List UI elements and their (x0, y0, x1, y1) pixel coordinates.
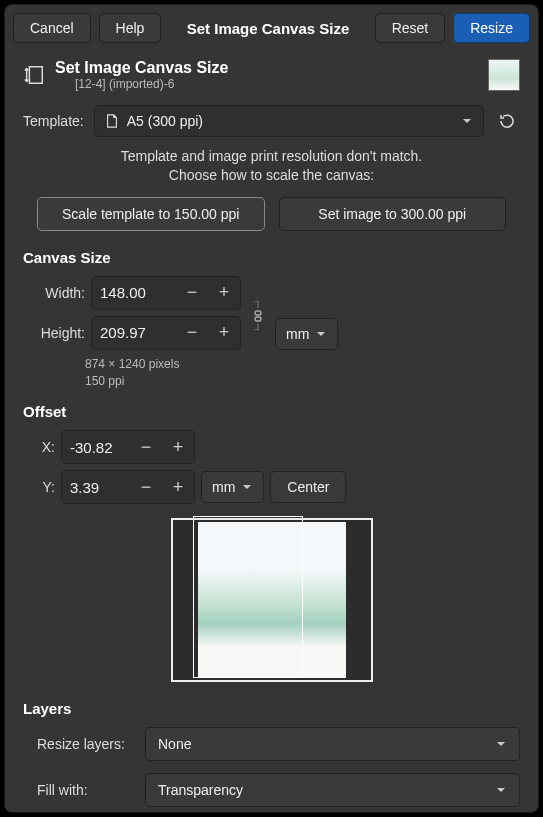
offset-y-increment[interactable]: + (162, 471, 194, 503)
resize-layers-select[interactable]: None (145, 727, 520, 761)
offset-unit-select[interactable]: mm (201, 471, 264, 503)
resolution-warning: Template and image print resolution don'… (23, 147, 520, 185)
titlebar: Cancel Help Set Image Canvas Size Reset … (5, 5, 538, 51)
fill-with-value: Transparency (158, 782, 495, 798)
offset-y-row: Y: − + mm Center (23, 470, 520, 504)
reset-button[interactable]: Reset (375, 13, 446, 43)
offset-x-row: X: − + (23, 430, 520, 464)
chain-bottom-icon: ┘ (254, 325, 261, 335)
offset-x-input[interactable] (62, 433, 130, 462)
canvas-unit-text: mm (286, 326, 309, 342)
width-row: Width: − + (23, 276, 241, 310)
offset-y-decrement[interactable]: − (130, 471, 162, 503)
height-decrement[interactable]: − (176, 317, 208, 349)
canvas-pixels: 874 × 1240 pixels (85, 356, 520, 373)
header-title: Set Image Canvas Size (55, 59, 478, 77)
height-label: Height: (33, 325, 85, 341)
help-button[interactable]: Help (99, 13, 162, 43)
resize-layers-label: Resize layers: (37, 736, 133, 752)
header-text: Set Image Canvas Size [12-4] (imported)-… (55, 59, 478, 91)
chevron-down-icon (241, 481, 253, 493)
offset-x-decrement[interactable]: − (130, 431, 162, 463)
width-input[interactable] (92, 278, 176, 307)
center-button[interactable]: Center (270, 471, 346, 503)
chain-link-icon (253, 310, 263, 322)
reset-template-button[interactable] (494, 108, 520, 134)
preview-box[interactable] (171, 518, 373, 682)
scale-choice-row: Scale template to 150.00 ppi Set image t… (23, 197, 520, 231)
svg-rect-1 (255, 311, 261, 315)
warning-line1: Template and image print resolution don'… (23, 147, 520, 166)
layers-title: Layers (23, 700, 520, 717)
svg-rect-0 (29, 67, 42, 84)
canvas-unit-select[interactable]: mm (275, 318, 338, 350)
offset-title: Offset (23, 403, 520, 420)
scale-template-button[interactable]: Scale template to 150.00 ppi (37, 197, 265, 231)
resize-layers-row: Resize layers: None (23, 727, 520, 761)
template-select[interactable]: A5 (300 ppi) (94, 105, 484, 137)
chevron-down-icon (315, 328, 327, 340)
height-row: Height: − + (23, 316, 241, 350)
header-row: Set Image Canvas Size [12-4] (imported)-… (23, 59, 520, 91)
preview-image (198, 522, 346, 678)
width-decrement[interactable]: − (176, 277, 208, 309)
chevron-down-icon (495, 738, 507, 750)
chain-top-icon: ┐ (254, 297, 261, 307)
template-value: A5 (300 ppi) (127, 113, 461, 129)
height-input[interactable] (92, 318, 176, 347)
width-increment[interactable]: + (208, 277, 240, 309)
chevron-down-icon (495, 784, 507, 796)
canvas-info: 874 × 1240 pixels 150 ppi (23, 356, 520, 390)
offset-x-label: X: (33, 439, 55, 455)
image-thumbnail (488, 59, 520, 91)
aspect-chain[interactable]: ┐ ┘ (249, 297, 267, 335)
offset-unit-text: mm (212, 479, 235, 495)
chevron-down-icon (461, 115, 473, 127)
width-spinner: − + (91, 276, 241, 310)
offset-y-spinner: − + (61, 470, 195, 504)
canvas-size-title: Canvas Size (23, 249, 520, 266)
offset-y-input[interactable] (62, 473, 130, 502)
fill-with-row: Fill with: Transparency (23, 773, 520, 807)
warning-line2: Choose how to scale the canvas: (23, 166, 520, 185)
template-label: Template: (23, 113, 84, 129)
height-spinner: − + (91, 316, 241, 350)
fill-with-label: Fill with: (37, 782, 133, 798)
preview-wrap (23, 518, 520, 682)
offset-x-increment[interactable]: + (162, 431, 194, 463)
header-subtitle: [12-4] (imported)-6 (75, 77, 478, 91)
offset-x-spinner: − + (61, 430, 195, 464)
dialog-title: Set Image Canvas Size (169, 20, 366, 37)
width-label: Width: (33, 285, 85, 301)
template-row: Template: A5 (300 ppi) (23, 105, 520, 137)
reset-icon (498, 112, 516, 130)
resize-button[interactable]: Resize (453, 13, 530, 43)
dialog-window: Cancel Help Set Image Canvas Size Reset … (4, 4, 539, 813)
canvas-resize-icon (23, 64, 45, 86)
offset-y-label: Y: (33, 479, 55, 495)
cancel-button[interactable]: Cancel (13, 13, 91, 43)
dialog-content: Set Image Canvas Size [12-4] (imported)-… (5, 51, 538, 812)
set-image-ppi-button[interactable]: Set image to 300.00 ppi (279, 197, 507, 231)
resize-layers-value: None (158, 736, 495, 752)
canvas-ppi: 150 ppi (85, 373, 520, 390)
svg-rect-2 (255, 317, 261, 321)
height-increment[interactable]: + (208, 317, 240, 349)
fill-with-select[interactable]: Transparency (145, 773, 520, 807)
document-icon (105, 114, 119, 128)
